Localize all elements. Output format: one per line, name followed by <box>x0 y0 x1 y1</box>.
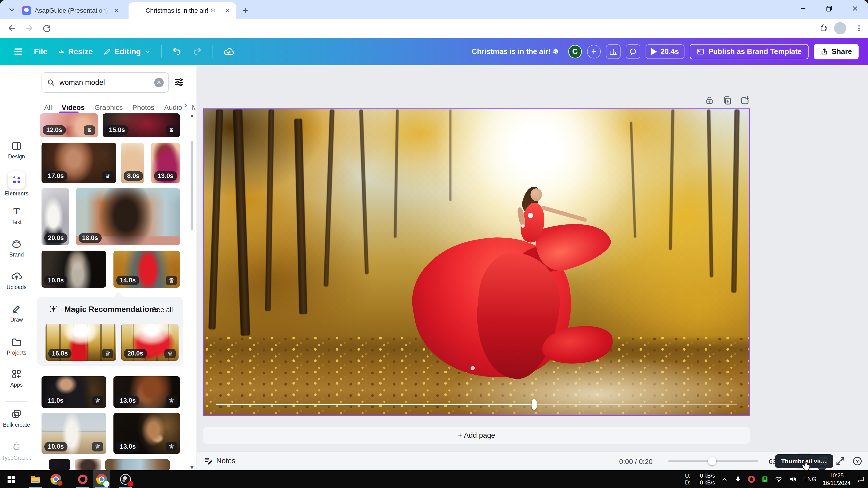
scrollbar-thumb[interactable] <box>191 141 193 230</box>
duplicate-page-icon[interactable] <box>722 95 733 106</box>
resize-button[interactable]: Resize <box>58 47 93 56</box>
file-explorer-button[interactable] <box>27 470 44 488</box>
sidebar-item-projects[interactable]: Projects <box>0 336 33 356</box>
video-thumbnail[interactable]: 13.0s <box>151 143 180 183</box>
scroll-down-icon[interactable]: ▼ <box>189 464 195 470</box>
volume-icon[interactable] <box>789 475 797 483</box>
close-tab-icon[interactable]: × <box>112 6 121 15</box>
redo-button[interactable] <box>192 47 202 57</box>
back-icon[interactable] <box>5 22 19 35</box>
add-page-icon[interactable] <box>739 95 750 106</box>
filter-icon[interactable] <box>173 76 185 88</box>
video-thumbnail[interactable]: 14.0s ♛ <box>114 251 180 288</box>
sidebar-item-elements[interactable]: Elements <box>0 171 33 197</box>
video-progress-bar[interactable] <box>216 403 737 406</box>
sidebar-item-apps[interactable]: Apps <box>0 368 33 388</box>
video-canvas-page[interactable] <box>203 108 750 416</box>
clear-search-icon[interactable]: ✕ <box>154 78 164 87</box>
video-thumbnail[interactable]: 15.0s ♛ <box>102 113 180 137</box>
sidebar-item-brand[interactable]: co Brand <box>0 238 33 258</box>
video-thumbnail[interactable]: 13.0s ♛ <box>114 413 180 454</box>
see-all-link[interactable]: See all <box>152 306 173 314</box>
share-button[interactable]: Share <box>814 44 859 59</box>
search-input[interactable] <box>59 78 151 87</box>
zoom-slider[interactable] <box>668 460 758 462</box>
video-thumbnail[interactable]: 13.0s ♛ <box>114 376 180 408</box>
video-thumbnail[interactable]: 8.0s <box>121 143 144 183</box>
chrome-button[interactable] <box>48 470 64 488</box>
zoom-slider-handle[interactable] <box>708 457 716 465</box>
gpu-utility-icon[interactable] <box>761 476 769 483</box>
video-thumbnail[interactable]: 11.0s ♛ <box>41 376 106 408</box>
tab-photos[interactable]: Photos <box>132 103 154 111</box>
recorder-button[interactable] <box>74 470 91 488</box>
tray-expand-icon[interactable] <box>721 476 728 483</box>
video-thumbnail[interactable]: 12.0s ♛ <box>40 113 98 137</box>
file-menu-button[interactable]: File <box>34 47 48 56</box>
close-tab-icon[interactable]: × <box>223 6 231 15</box>
minimize-window-button[interactable] <box>790 0 816 17</box>
tab-all[interactable]: All <box>44 103 52 111</box>
sidebar-item-design[interactable]: Design <box>0 140 33 160</box>
sidebar-item-bulk-create[interactable]: Bulk create <box>0 409 33 428</box>
obs-button[interactable] <box>117 470 134 488</box>
undo-button[interactable] <box>172 47 182 57</box>
video-thumbnail[interactable]: 20.0s <box>41 188 69 245</box>
tab-search-icon[interactable] <box>7 5 17 14</box>
fullscreen-button[interactable] <box>832 453 849 469</box>
comments-button[interactable] <box>626 44 640 59</box>
tab-more[interactable]: M <box>192 103 195 111</box>
play-button[interactable]: 20.4s <box>646 44 685 59</box>
insights-button[interactable] <box>606 44 621 59</box>
profile-avatar[interactable] <box>834 22 846 34</box>
sidebar-item-uploads[interactable]: Uploads <box>0 271 33 290</box>
notification-center-icon[interactable] <box>857 475 865 483</box>
video-thumbnail[interactable] <box>105 459 170 470</box>
browser-tab-presentation[interactable]: AsapGuide (Presentation) - Pres × <box>18 2 125 19</box>
search-box[interactable]: ✕ <box>41 72 169 93</box>
new-tab-button[interactable]: + <box>240 5 250 15</box>
video-thumbnail[interactable]: 20.0s ♛ <box>121 324 179 361</box>
tab-audio[interactable]: Audio <box>164 103 182 111</box>
start-button[interactable] <box>3 470 19 488</box>
video-thumbnail[interactable]: 10.0s <box>41 251 106 288</box>
sidebar-item-typegradient[interactable]: Ǵ TypeGradi... <box>0 442 33 461</box>
progress-scrubber[interactable] <box>532 399 536 410</box>
video-thumbnail[interactable]: 16.0s ♛ <box>45 324 116 361</box>
editing-mode-dropdown[interactable]: Editing <box>103 47 151 56</box>
close-window-button[interactable] <box>842 0 868 17</box>
menu-icon[interactable] <box>13 46 24 57</box>
record-status-icon[interactable] <box>748 476 755 483</box>
add-member-button[interactable]: + <box>587 45 601 59</box>
tab-graphics[interactable]: Graphics <box>94 103 123 111</box>
language-indicator[interactable]: ENG <box>803 476 816 483</box>
tab-videos[interactable]: Videos <box>62 103 85 111</box>
sidebar-item-text[interactable]: T Text <box>0 206 33 225</box>
browser-tab-canva[interactable]: Christmas is in the air! ❄ - Vid × <box>129 2 236 19</box>
extensions-icon[interactable] <box>817 22 830 35</box>
account-avatar[interactable]: C <box>568 45 582 59</box>
restore-window-button[interactable] <box>816 0 842 17</box>
help-button[interactable]: ? <box>849 453 866 469</box>
reload-icon[interactable] <box>40 22 53 35</box>
lock-icon[interactable] <box>704 95 715 106</box>
chrome-active-button[interactable] <box>93 470 110 488</box>
clock-widget[interactable]: 10:25 16/11/2024 <box>823 472 850 486</box>
scroll-up-icon[interactable]: ▲ <box>189 112 195 119</box>
grid-view-button[interactable] <box>815 453 832 469</box>
design-title[interactable]: Christmas is in the air! ❄ <box>472 47 559 56</box>
publish-brand-template-button[interactable]: Publish as Brand Template <box>690 44 809 59</box>
video-thumbnail[interactable]: 18.0s <box>76 188 180 245</box>
wifi-icon[interactable] <box>775 475 783 483</box>
video-thumbnail[interactable] <box>75 459 101 470</box>
video-thumbnail[interactable] <box>49 459 70 470</box>
browser-menu-icon[interactable] <box>852 22 866 35</box>
video-thumbnail[interactable]: 10.0s ♛ <box>41 413 106 454</box>
video-thumbnail[interactable]: 17.0s ♛ <box>41 143 116 183</box>
forward-icon[interactable] <box>23 22 36 35</box>
sidebar-item-draw[interactable]: Draw <box>0 303 33 323</box>
add-page-button[interactable]: + Add page <box>203 427 750 444</box>
notes-button[interactable]: Notes <box>204 456 236 465</box>
panel-scrollbar[interactable]: ▲ ▼ <box>190 113 194 470</box>
microphone-icon[interactable] <box>734 476 742 483</box>
